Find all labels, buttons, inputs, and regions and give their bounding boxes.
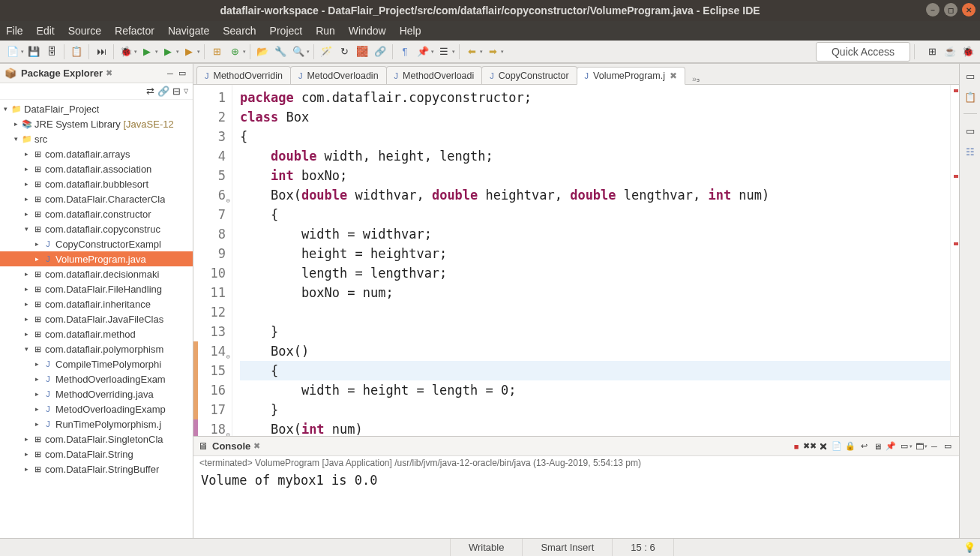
tree-row[interactable]: ▸⊞com.dataflair.bubblesort xyxy=(0,176,193,191)
menu-run[interactable]: Run xyxy=(316,25,335,37)
tree-row[interactable]: ▸JVolumeProgram.java xyxy=(0,251,193,266)
menu-window[interactable]: Window xyxy=(349,25,386,37)
toggle-mark-icon[interactable]: ¶ xyxy=(397,44,413,60)
quick-access-field[interactable]: Quick Access xyxy=(816,42,910,62)
maximize-view-icon[interactable]: ▭ xyxy=(176,68,188,80)
open-perspective-icon[interactable]: ⊞ xyxy=(925,44,940,59)
tree-row[interactable]: ▸⊞com.dataflair.arrays xyxy=(0,146,193,161)
twist-icon[interactable]: ▸ xyxy=(31,390,42,398)
tree-row[interactable]: ▸JMetodOverloadingExamp xyxy=(0,401,193,416)
tree-row[interactable]: ▸⊞com.DataFlair.FileHandling xyxy=(0,281,193,296)
tree-row[interactable]: ▸⊞com.DataFlair.StringBuffer xyxy=(0,461,193,476)
open-task-icon[interactable]: 🔧 xyxy=(272,44,289,60)
open-type-icon[interactable]: 📂 xyxy=(254,44,271,60)
close-button[interactable]: ✕ xyxy=(962,3,976,17)
tree-row[interactable]: ▾⊞com.dataflair.polymorphism xyxy=(0,341,193,356)
twist-icon[interactable]: ▸ xyxy=(21,330,31,338)
restore-icon[interactable]: ▭ xyxy=(963,68,978,83)
twist-icon[interactable]: ▾ xyxy=(21,225,31,233)
link-editor-icon[interactable]: 🔗 xyxy=(157,86,169,97)
focus-icon[interactable]: ⊟ xyxy=(172,86,181,97)
back-icon[interactable]: ⬅ xyxy=(463,44,480,60)
minimize-button[interactable]: – xyxy=(926,3,940,17)
minimize-view-icon[interactable]: ─ xyxy=(164,68,176,80)
console-max-icon[interactable]: ▭ xyxy=(941,440,955,453)
remove-launch-icon[interactable]: ✖✖ xyxy=(803,440,817,453)
tree-row[interactable]: ▸⊞com.dataflair.constructor xyxy=(0,206,193,221)
new-class-icon[interactable]: ⊕ xyxy=(226,44,243,60)
tree-row[interactable]: ▸⊞com.DataFlair.SingletonCla xyxy=(0,431,193,446)
twist-icon[interactable]: ▸ xyxy=(31,405,42,413)
tree-row[interactable]: ▸⊞com.dataflair.method xyxy=(0,326,193,341)
debug-perspective-icon[interactable]: 🐞 xyxy=(961,44,976,59)
tree-row[interactable]: ▸⊞com.DataFlair.String xyxy=(0,446,193,461)
twist-icon[interactable]: ▸ xyxy=(21,450,31,458)
tab-overflow-icon[interactable]: »₃ xyxy=(689,74,703,84)
editor-tab[interactable]: JCopyConstructor xyxy=(481,66,577,84)
link-icon[interactable]: 🔗 xyxy=(372,44,388,60)
twist-icon[interactable]: ▸ xyxy=(31,240,42,248)
twist-icon[interactable]: ▸ xyxy=(21,300,31,308)
twist-icon[interactable]: ▸ xyxy=(10,120,21,128)
twist-icon[interactable]: ▸ xyxy=(21,150,31,158)
menu-search[interactable]: Search xyxy=(223,25,256,37)
twist-icon[interactable]: ▾ xyxy=(10,135,21,143)
tree-row[interactable]: ▾📁src xyxy=(0,131,193,146)
menu-project[interactable]: Project xyxy=(270,25,303,37)
pin-icon[interactable]: 📌 xyxy=(415,44,431,60)
search-icon[interactable]: 🔍 xyxy=(290,44,307,60)
close-tab-icon[interactable]: ✖ xyxy=(670,71,677,81)
twist-icon[interactable]: ▸ xyxy=(31,255,42,263)
twist-icon[interactable]: ▸ xyxy=(31,420,42,428)
terminate-icon[interactable]: ■ xyxy=(790,440,803,453)
menu-help[interactable]: Help xyxy=(400,25,421,37)
code-editor[interactable]: 123456⊖7891011121314⊖15161718⊖ package c… xyxy=(193,85,959,437)
skip-breakpoints-icon[interactable]: ⏭ xyxy=(93,44,109,60)
tree-row[interactable]: ▾📁DataFlair_Project xyxy=(0,101,193,116)
tree-row[interactable]: ▸⊞com.dataflair.association xyxy=(0,161,193,176)
refresh-icon[interactable]: ↻ xyxy=(336,44,352,60)
close-console-icon[interactable]: ✖ xyxy=(253,441,260,451)
word-wrap-icon[interactable]: ↩ xyxy=(857,440,871,453)
new-icon[interactable]: 📄 xyxy=(4,44,21,60)
restore2-icon[interactable]: ▭ xyxy=(963,123,978,138)
overview-ruler[interactable] xyxy=(950,85,959,436)
forward-icon[interactable]: ➡ xyxy=(484,44,501,60)
tree-row[interactable]: ▸⊞com.dataflair.decisionmaki xyxy=(0,266,193,281)
coverage-icon[interactable]: ▶ xyxy=(160,44,176,60)
tree-row[interactable]: ▸JMethodOverloadingExam xyxy=(0,371,193,386)
task-list-icon[interactable]: 📋 xyxy=(963,89,978,104)
editor-tab[interactable]: JMetodOverloadin xyxy=(290,66,387,84)
code-content[interactable]: package com.dataflair.copyconstructor;cl… xyxy=(232,85,950,436)
console-min-icon[interactable]: ─ xyxy=(928,440,941,453)
scroll-lock-icon[interactable]: 🔒 xyxy=(844,440,857,453)
twist-icon[interactable]: ▸ xyxy=(21,165,31,173)
tree-row[interactable]: ▾⊞com.dataflair.copyconstruc xyxy=(0,221,193,236)
twist-icon[interactable]: ▸ xyxy=(21,270,31,278)
pin-console-icon[interactable]: 📌 xyxy=(884,440,898,453)
menu-navigate[interactable]: Navigate xyxy=(168,25,209,37)
clear-console-icon[interactable]: 📄 xyxy=(830,440,844,453)
pin-view-icon[interactable]: ✖ xyxy=(106,68,112,78)
twist-icon[interactable]: ▾ xyxy=(0,105,10,113)
toggle-breadcrumb-icon[interactable]: 📋 xyxy=(68,44,85,60)
debug-icon[interactable]: 🐞 xyxy=(118,44,134,60)
tip-bulb-icon[interactable]: 💡 xyxy=(964,542,976,553)
outline-icon[interactable]: ☷ xyxy=(963,144,978,159)
tree-row[interactable]: ▸⊞com.DataFlair.JavaFileClas xyxy=(0,311,193,326)
twist-icon[interactable]: ▸ xyxy=(31,360,42,368)
twist-icon[interactable]: ▾ xyxy=(21,345,31,353)
console-output[interactable]: Volume of mybox1 is 0.0 xyxy=(193,470,959,538)
build-icon[interactable]: 🧱 xyxy=(354,44,370,60)
editor-tab[interactable]: JVolumeProgram.j✖ xyxy=(577,67,685,85)
twist-icon[interactable]: ▸ xyxy=(21,285,31,293)
new-package-icon[interactable]: ⊞ xyxy=(208,44,225,60)
editor-tab[interactable]: JMethodOverloadi xyxy=(386,66,483,84)
menu-source[interactable]: Source xyxy=(68,25,101,37)
tree-row[interactable]: ▸JRunTimePolymorphism.j xyxy=(0,416,193,431)
tree-row[interactable]: ▸JMethodOverriding.java xyxy=(0,386,193,401)
twist-icon[interactable]: ▸ xyxy=(21,180,31,188)
twist-icon[interactable]: ▸ xyxy=(21,435,31,443)
editor-tab[interactable]: JMethodOverridin xyxy=(196,66,291,84)
tree-row[interactable]: ▸JCompileTimePolymorphi xyxy=(0,356,193,371)
